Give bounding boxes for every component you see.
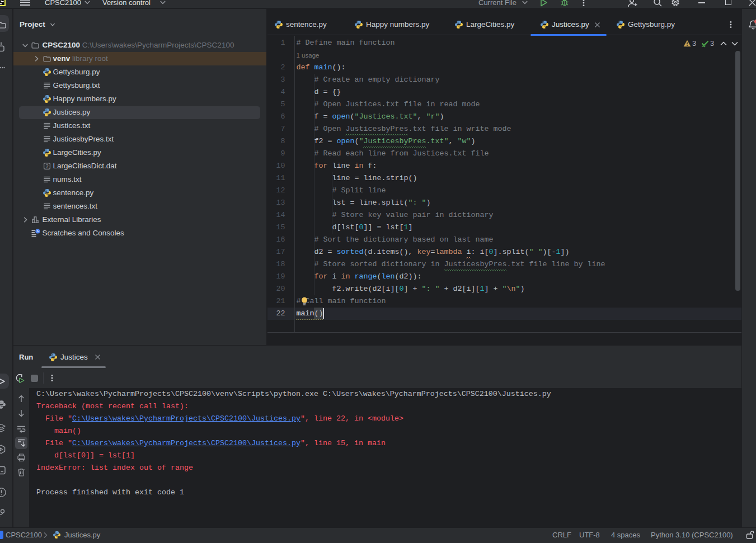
svg-text:?: ? [45,163,48,169]
